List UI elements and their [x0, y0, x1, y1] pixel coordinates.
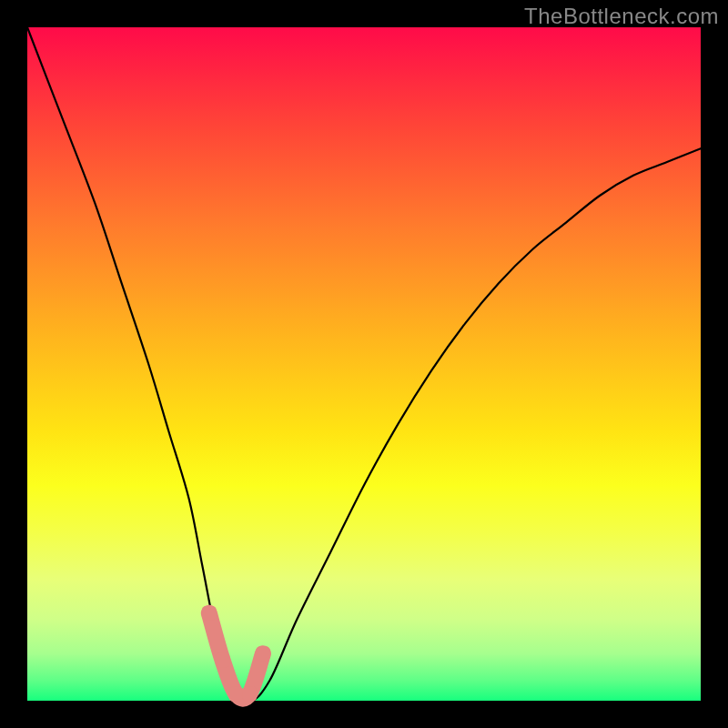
- highlight-marker: [228, 687, 243, 702]
- highlight-marker: [242, 687, 257, 702]
- bottleneck-curve: [27, 27, 701, 701]
- highlight-marker: [256, 646, 270, 661]
- highlight-marker: [202, 606, 217, 621]
- chart-frame: TheBottleneck.com: [0, 0, 728, 728]
- plot-area: [27, 27, 701, 701]
- curve-svg: [27, 27, 701, 701]
- watermark-text: TheBottleneck.com: [524, 4, 719, 29]
- highlight-marker: [216, 653, 230, 668]
